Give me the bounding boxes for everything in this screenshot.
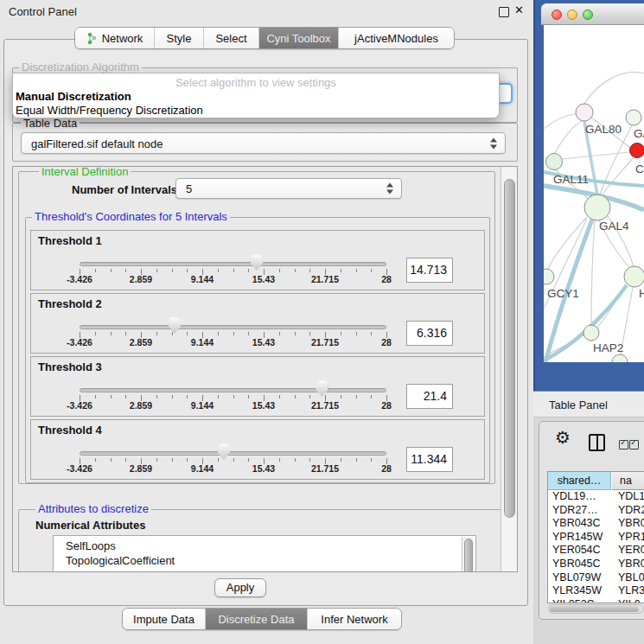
slider-tick-label: 15.43	[238, 463, 290, 474]
dropdown-item-equal-width-frequency[interactable]: Equal Width/Frequency Discretization	[16, 104, 203, 117]
table-row[interactable]: YBR045CYBR0	[548, 558, 644, 571]
numerical-attributes-list[interactable]: SelfLoopsTopologicalCoefficientBetweenne…	[53, 535, 476, 572]
settings-scrollbar-thumb[interactable]	[504, 179, 515, 518]
checkbox-icon[interactable]	[619, 440, 628, 450]
threshold-slider-thumb[interactable]	[169, 317, 181, 334]
slider-tick	[279, 395, 280, 399]
slider-tick-label: -3.426	[54, 400, 105, 411]
slider-tick	[279, 332, 280, 335]
network-node[interactable]	[576, 104, 593, 121]
slider-tick-label: 21.715	[299, 337, 351, 348]
interval-definition-group-title: Interval Definition	[39, 166, 131, 177]
slider-tick-label: 28	[360, 337, 412, 348]
tab-select[interactable]: Select	[204, 28, 259, 48]
slider-tick	[371, 269, 372, 272]
network-edge[interactable]	[562, 152, 629, 159]
network-window-titlebar[interactable]	[541, 3, 644, 25]
tab-infer-network[interactable]: Infer Network	[308, 609, 401, 629]
control-panel-title: Control Panel	[9, 5, 77, 18]
network-node[interactable]	[546, 154, 563, 170]
column-header-name[interactable]: na	[612, 472, 644, 490]
close-icon[interactable]: ✕	[514, 3, 524, 16]
slider-tick	[95, 395, 96, 399]
threshold-value-field[interactable]: 11.344	[406, 447, 453, 472]
slider-tick	[233, 395, 234, 399]
threshold-slider-track[interactable]	[80, 262, 386, 266]
slider-tick	[309, 458, 310, 462]
threshold-slider-track[interactable]	[80, 325, 386, 329]
threshold-slider-track[interactable]	[80, 388, 386, 392]
threshold-value-field[interactable]: 21.4	[406, 384, 453, 409]
table-cell-name: YDR2	[618, 504, 644, 516]
column-header-shared-name[interactable]: shared…	[548, 472, 611, 490]
slider-tick-label: 9.144	[176, 337, 228, 348]
table-row[interactable]: YLR345WYLR3	[548, 584, 644, 598]
tab-jactivemnodules[interactable]: jActiveMNodules	[339, 28, 454, 48]
network-edge[interactable]	[548, 217, 587, 269]
slider-tick	[341, 269, 341, 272]
tab-label: Network	[102, 32, 143, 45]
network-edge[interactable]	[591, 220, 595, 325]
table-hscrollbar-thumb[interactable]	[550, 606, 639, 612]
network-node[interactable]	[544, 269, 554, 284]
tab-network[interactable]: Network	[75, 28, 155, 48]
split-view-icon[interactable]	[589, 434, 605, 451]
network-view-canvas[interactable]: GAL80GACGAL11GAL4GCY1HHAP2	[544, 25, 644, 362]
table-data-combobox-value: galFiltered.sif default node	[31, 137, 163, 150]
network-node[interactable]	[626, 110, 641, 125]
table-row[interactable]: YER054CYER0	[548, 544, 644, 558]
network-node[interactable]	[630, 143, 644, 158]
tab-style[interactable]: Style	[155, 28, 204, 48]
settings-scrollbar-track[interactable]	[501, 167, 518, 571]
list-scrollbar-thumb[interactable]	[464, 539, 473, 572]
table-row[interactable]: YBL079WYBL0	[548, 571, 644, 585]
table-row[interactable]: YDL19…YDL1	[548, 490, 644, 504]
table-row[interactable]: YDR27…YDR2	[548, 504, 644, 518]
slider-tick	[156, 269, 157, 272]
number-of-intervals-combobox[interactable]: 5	[175, 178, 402, 199]
threshold-panel-3: Threshold 3-3.4262.8599.14415.4321.71528…	[30, 356, 485, 417]
zoom-traffic-light[interactable]	[583, 10, 593, 20]
network-node-label: GA	[634, 127, 644, 140]
threshold-slider-thumb[interactable]	[316, 380, 328, 397]
list-scrollbar-track[interactable]	[462, 537, 475, 572]
network-node[interactable]	[624, 266, 644, 287]
apply-button[interactable]: Apply	[214, 578, 266, 597]
attribute-list-item[interactable]: BetweennessCentrality	[66, 569, 181, 572]
table-row[interactable]: YIL052CYIL0	[548, 598, 644, 603]
tab-discretize-data[interactable]: Discretize Data	[206, 609, 308, 629]
attributes-group-title: Attributes to discretize	[35, 503, 151, 514]
threshold-panel-4: Threshold 4-3.4262.8599.14415.4321.71528…	[30, 419, 485, 480]
network-node-label: H	[639, 287, 644, 300]
network-node[interactable]	[583, 325, 599, 341]
table-cell-shared-name: YER054C	[552, 544, 609, 556]
dropdown-item-manual-discretization[interactable]: Manual Discretization	[16, 90, 131, 103]
table-row[interactable]: YPR145WYPR1	[548, 531, 644, 545]
slider-tick	[356, 269, 357, 272]
checkbox-icon[interactable]	[629, 440, 639, 450]
gear-icon[interactable]: ⚙	[555, 429, 571, 446]
network-node[interactable]	[612, 354, 628, 362]
float-window-icon[interactable]	[499, 7, 509, 17]
threshold-slider-thumb[interactable]	[218, 443, 230, 460]
network-edge[interactable]	[602, 157, 634, 196]
network-edge[interactable]	[554, 120, 583, 154]
network-edge[interactable]	[584, 72, 644, 104]
tab-cyni-toolbox[interactable]: Cyni Toolbox	[259, 28, 339, 48]
tab-impute-data[interactable]: Impute Data	[123, 609, 206, 629]
table-row[interactable]: YBR043CYBR0	[548, 517, 644, 531]
table-data-combobox[interactable]: galFiltered.sif default node	[21, 132, 506, 154]
minimize-traffic-light[interactable]	[567, 10, 577, 20]
threshold-value-field[interactable]: 14.713	[406, 258, 453, 283]
table-hscrollbar-track[interactable]	[548, 604, 644, 614]
slider-tick	[172, 269, 173, 272]
threshold-slider-track[interactable]	[80, 451, 386, 456]
attribute-list-item[interactable]: SelfLoops	[66, 539, 116, 552]
close-traffic-light[interactable]	[552, 10, 562, 20]
network-node[interactable]	[584, 194, 610, 220]
attribute-list-item[interactable]: TopologicalCoefficient	[66, 554, 175, 567]
threshold-slider-thumb[interactable]	[251, 254, 263, 271]
table-panel-title: Table Panel	[549, 399, 608, 411]
threshold-value-field[interactable]: 6.316	[406, 321, 453, 346]
threshold-stack: Threshold 1-3.4262.8599.14415.4321.71528…	[25, 217, 490, 483]
